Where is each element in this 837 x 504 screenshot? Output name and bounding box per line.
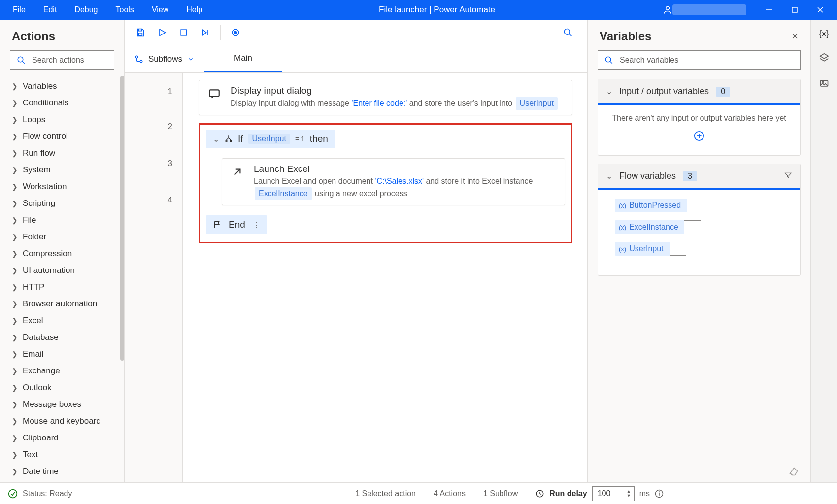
svg-rect-9 [181,30,187,35]
action-display-input-dialog[interactable]: Display input dialog Display input dialo… [199,80,572,115]
flow-variables-header[interactable]: ⌄ Flow variables 3 [598,164,800,190]
category-label: Text [23,450,38,460]
actions-category[interactable]: ❯Compression [6,245,124,262]
io-variables-header[interactable]: ⌄ Input / output variables 0 [598,79,800,105]
user-icon[interactable] [663,5,672,15]
save-button[interactable] [131,23,150,42]
category-label: Message boxes [23,400,81,409]
more-icon[interactable]: ⋮ [252,220,260,230]
run-delay-input[interactable]: 100 ▲▼ [592,486,635,501]
actions-category[interactable]: ❯Clipboard [6,430,124,446]
actions-category[interactable]: ❯Mouse and keyboard [6,413,124,430]
scrollbar-thumb[interactable] [120,76,124,361]
status-actions: 4 Actions [434,489,466,498]
actions-category[interactable]: ❯Variables [6,78,124,95]
tab-main[interactable]: Main [204,45,282,72]
variable-value-field[interactable] [670,242,686,256]
chevron-right-icon: ❯ [12,300,18,308]
actions-category[interactable]: ❯Conditionals [6,95,124,111]
if-condition: = 1 [295,135,305,143]
actions-category[interactable]: ❯System [6,162,124,178]
category-label: Database [23,333,59,342]
menu-edit[interactable]: Edit [34,1,66,18]
actions-category[interactable]: ❯Text [6,446,124,463]
category-label: Loops [23,115,45,125]
actions-category[interactable]: ❯File [6,212,124,229]
close-panel-button[interactable]: ✕ [791,31,799,42]
actions-category[interactable]: ❯Folder [6,229,124,245]
variable-row[interactable]: (x)UserInput [615,242,792,256]
menu-file[interactable]: File [4,1,34,18]
menu-tools[interactable]: Tools [107,1,143,18]
variables-panel: Variables ✕ ⌄ Input / output variables 0… [588,20,810,482]
spinner-down[interactable]: ▼ [627,494,631,498]
category-label: Date time [23,467,59,476]
flow-canvas[interactable]: 1 2 3 4 Display input dialog Display inp… [125,73,587,482]
svg-point-16 [135,56,138,58]
io-variables-count: 0 [716,87,730,97]
launch-icon [231,166,245,179]
collapse-icon[interactable]: ⌄ [213,134,219,144]
actions-category[interactable]: ❯PDF [6,480,124,482]
actions-category[interactable]: ❯Database [6,329,124,346]
run-button[interactable] [152,23,172,42]
actions-category[interactable]: ❯Workstation [6,178,124,195]
chevron-right-icon: ❯ [12,149,18,157]
action-if[interactable]: ⌄ If UserInput = 1 then [206,130,335,148]
actions-category[interactable]: ❯Excel [6,312,124,329]
right-rail: {x} [810,20,837,482]
chevron-right-icon: ❯ [12,99,18,107]
chevron-right-icon: ❯ [12,250,18,258]
record-button[interactable] [226,23,245,42]
actions-category[interactable]: ❯Exchange [6,363,124,379]
chevron-right-icon: ❯ [12,82,18,90]
variable-value-field[interactable] [684,220,701,234]
action-end[interactable]: End ⋮ [206,215,267,234]
chevron-right-icon: ❯ [12,116,18,124]
add-io-variable-button[interactable] [606,131,792,143]
maximize-button[interactable] [782,0,807,20]
eraser-icon[interactable] [789,467,799,476]
info-icon[interactable] [655,489,664,498]
actions-category[interactable]: ❯Flow control [6,128,124,145]
minimize-button[interactable] [756,0,782,20]
variable-row[interactable]: (x)ExcelInstance [615,220,792,234]
chevron-right-icon: ❯ [12,417,18,425]
images-rail-button[interactable] [819,78,829,90]
svg-point-21 [605,57,611,62]
menu-help[interactable]: Help [177,1,211,18]
category-label: Email [23,349,44,359]
menu-debug[interactable]: Debug [66,1,106,18]
actions-category[interactable]: ❯HTTP [6,279,124,296]
actions-category[interactable]: ❯Date time [6,463,124,480]
variable-value-field[interactable] [687,199,703,212]
svg-marker-8 [160,29,166,35]
variables-rail-button[interactable]: {x} [819,29,829,39]
category-label: Scripting [23,199,55,208]
category-label: Conditionals [23,98,69,108]
filter-icon[interactable] [784,171,792,181]
actions-category[interactable]: ❯UI automation [6,262,124,279]
actions-category[interactable]: ❯Run flow [6,145,124,162]
subflows-dropdown[interactable]: Subflows [125,45,204,72]
search-button[interactable] [554,20,581,45]
actions-category[interactable]: ❯Outlook [6,379,124,396]
actions-category[interactable]: ❯Scripting [6,195,124,212]
actions-category[interactable]: ❯Loops [6,111,124,128]
menu-view[interactable]: View [143,1,177,18]
chevron-right-icon: ❯ [12,468,18,475]
step-button[interactable] [196,23,215,42]
chevron-down-icon: ⌄ [606,171,612,181]
stop-button[interactable] [174,23,194,42]
close-button[interactable] [807,0,833,20]
actions-category[interactable]: ❯Email [6,346,124,363]
variable-row[interactable]: (x)ButtonPressed [615,199,792,212]
variables-search-input[interactable] [598,50,801,70]
category-label: UI automation [23,266,75,275]
action-launch-excel[interactable]: Launch Excel Launch Excel and open docum… [222,158,565,205]
actions-list[interactable]: ❯Variables ❯Conditionals ❯Loops ❯Flow co… [0,76,124,482]
layers-rail-button[interactable] [819,53,829,65]
svg-marker-10 [202,30,206,35]
actions-category[interactable]: ❯Message boxes [6,396,124,413]
actions-category[interactable]: ❯Browser automation [6,296,124,312]
